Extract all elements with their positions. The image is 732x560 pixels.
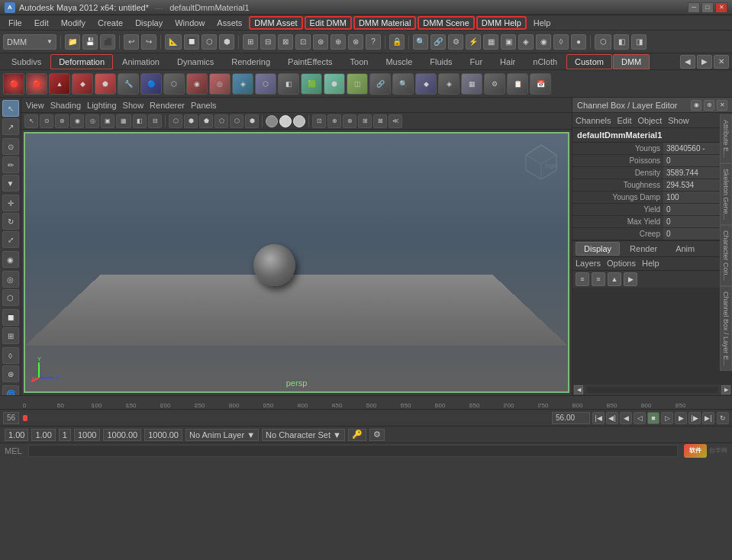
attr-value[interactable]: 0 (663, 155, 724, 166)
cb-menu-edit[interactable]: Edit (617, 116, 631, 125)
attr-value[interactable]: 0 (663, 204, 724, 215)
toolbar-btn-6[interactable]: 📐 (165, 34, 182, 50)
vp-btn-2[interactable]: ⊙ (40, 114, 53, 128)
status-field-1[interactable]: 1.00 (5, 429, 28, 441)
shelf-icon-3[interactable]: ▲ (49, 73, 70, 95)
toolbar-btn-27[interactable]: ◊ (553, 34, 569, 50)
anim-layer-dropdown[interactable]: No Anim Layer ▼ (185, 429, 259, 441)
menu-window[interactable]: Window (169, 17, 210, 29)
toolbar-btn-14[interactable]: ⊛ (313, 34, 328, 50)
toolbar-btn-10[interactable]: ⊞ (243, 34, 258, 50)
pb-step-fwd[interactable]: ▶ (675, 412, 687, 424)
cb-icon-1[interactable]: ◉ (691, 100, 701, 111)
tab-close[interactable]: ✕ (714, 55, 729, 69)
shelf-icon-22[interactable]: ⚙ (484, 73, 505, 95)
vp-btn-3[interactable]: ⊛ (55, 114, 69, 128)
tab-toon[interactable]: Toon (342, 54, 377, 69)
viewport-canvas[interactable]: Right Z Y X persp (24, 132, 569, 393)
pb-go-end[interactable]: ▶| (702, 412, 714, 424)
tool-select[interactable]: ↖ (2, 100, 19, 117)
tool-misc-1[interactable]: ◊ (2, 347, 19, 364)
tool-paint[interactable]: ✏ (2, 156, 19, 173)
module-dropdown[interactable]: DMM ▼ (3, 34, 56, 50)
viewport-menu-show[interactable]: Show (123, 101, 144, 110)
vp-btn-13[interactable]: ⬠ (214, 114, 228, 128)
shelf-icon-8[interactable]: ⬡ (163, 73, 185, 95)
v-tab-skeleton[interactable]: Skeleton Gene... (720, 163, 732, 225)
status-field-3[interactable]: 1 (59, 429, 71, 441)
attr-row[interactable]: Youngs 38040560 - (572, 143, 724, 155)
menu-edit-dmm[interactable]: Edit DMM (305, 16, 352, 30)
pb-go-start[interactable]: |◀ (592, 412, 605, 424)
shelf-icon-24[interactable]: 📅 (530, 73, 551, 95)
status-field-2[interactable]: 1.00 (31, 429, 55, 441)
attr-value[interactable]: 100 (663, 191, 724, 203)
cb-menu-channels[interactable]: Channels (576, 116, 611, 125)
toolbar-btn-30[interactable]: ◧ (614, 34, 629, 50)
toolbar-btn-31[interactable]: ◨ (631, 34, 647, 50)
tab-custom[interactable]: Custom (566, 54, 612, 69)
prefs-icon[interactable]: ⚙ (369, 429, 385, 441)
layer-tab-display[interactable]: Display (576, 242, 620, 256)
shelf-icon-18[interactable]: 🔍 (392, 73, 414, 95)
toolbar-btn-20[interactable]: 🔗 (430, 34, 446, 50)
vp-btn-21[interactable]: ≪ (389, 114, 402, 128)
tool-move[interactable]: ✛ (2, 195, 19, 211)
vp-btn-5[interactable]: ◎ (85, 114, 99, 128)
toolbar-btn-8[interactable]: ⬡ (202, 34, 217, 50)
menu-edit[interactable]: Edit (29, 17, 54, 29)
layer-menu-help[interactable]: Help (642, 259, 659, 268)
pb-next-key[interactable]: |▶ (688, 412, 701, 424)
shelf-icon-13[interactable]: ◧ (278, 73, 299, 95)
toolbar-btn-12[interactable]: ⊠ (278, 34, 293, 50)
shelf-icon-1[interactable]: 🔴 (3, 73, 24, 95)
attr-value[interactable]: 0 (663, 228, 724, 240)
vp-btn-7[interactable]: ▦ (116, 114, 131, 128)
minimize-button[interactable]: ─ (688, 2, 700, 13)
v-tab-attribute[interactable]: Attribute E... (720, 114, 732, 163)
vp-btn-8[interactable]: ◧ (133, 114, 147, 128)
char-set-dropdown[interactable]: No Character Set ▼ (262, 429, 345, 441)
maximize-button[interactable]: □ (701, 2, 714, 13)
menu-help[interactable]: Help (528, 17, 556, 29)
pb-loop[interactable]: ↻ (717, 412, 729, 424)
shelf-icon-4[interactable]: ◆ (72, 73, 93, 95)
tool-lattice[interactable]: ⬡ (2, 289, 19, 306)
light-circle-1[interactable] (266, 115, 278, 127)
tool-snap[interactable]: 🔲 (2, 309, 19, 326)
tab-dynamics[interactable]: Dynamics (169, 54, 222, 69)
tab-subdivs[interactable]: Subdivs (3, 54, 50, 69)
tab-ncloth[interactable]: nCloth (524, 54, 566, 69)
shelf-icon-6[interactable]: 🔧 (118, 73, 139, 95)
toolbar-btn-4[interactable]: ↩ (124, 34, 139, 50)
script-input[interactable] (28, 445, 678, 457)
viewport-menu-renderer[interactable]: Renderer (150, 101, 185, 110)
menu-dmm-material[interactable]: DMM Material (353, 16, 416, 30)
vp-btn-4[interactable]: ◉ (70, 114, 84, 128)
tool-smooth[interactable]: 🌀 (2, 385, 19, 395)
menu-create[interactable]: Create (92, 17, 128, 29)
tab-scroll-left[interactable]: ◀ (680, 55, 695, 69)
layer-menu-options[interactable]: Options (607, 259, 636, 268)
toolbar-btn-17[interactable]: ? (366, 34, 381, 50)
tool-snap-2[interactable]: ⊞ (2, 327, 19, 344)
tool-rotate[interactable]: ↻ (2, 213, 19, 230)
tab-dmm[interactable]: DMM (613, 54, 650, 69)
tool-scale[interactable]: ⤢ (2, 231, 19, 248)
pb-stop[interactable]: ■ (647, 412, 659, 424)
tab-fur[interactable]: Fur (462, 54, 492, 69)
vp-btn-9[interactable]: ⊟ (148, 114, 162, 128)
menu-assets[interactable]: Assets (211, 17, 247, 29)
toolbar-btn-1[interactable]: 📁 (65, 34, 80, 50)
tool-sculpt[interactable]: ▼ (2, 175, 19, 191)
timeline-ruler[interactable]: 0501001502002503003504004505005506006507… (0, 395, 732, 409)
time-value[interactable]: 56.00 (552, 412, 590, 424)
layer-icon-1[interactable]: ≡ (576, 272, 589, 286)
menu-file[interactable]: File (3, 17, 27, 29)
shelf-icon-14[interactable]: 🟩 (301, 73, 322, 95)
shelf-icon-17[interactable]: 🔗 (369, 73, 391, 95)
layer-icon-4[interactable]: ▶ (624, 272, 637, 286)
layer-icon-2[interactable]: ≡ (592, 272, 605, 286)
vp-btn-6[interactable]: ▣ (101, 114, 114, 128)
tab-hair[interactable]: Hair (492, 54, 524, 69)
